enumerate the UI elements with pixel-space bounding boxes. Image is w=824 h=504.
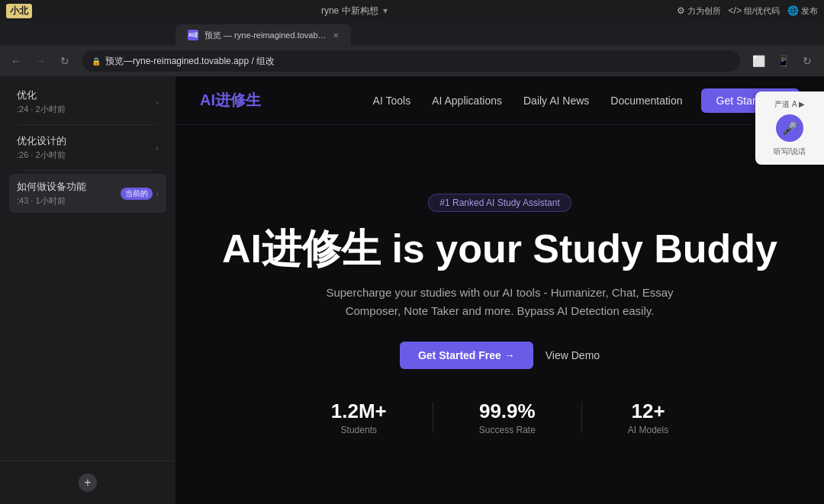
floating-panel-title: 产道 A ▶ (774, 99, 805, 110)
refresh-btn[interactable]: ↻ (797, 50, 818, 72)
sidebar-item-1[interactable]: 优化 :24 · 2小时前 › (9, 82, 166, 121)
stat-divider-1 (433, 402, 433, 432)
tab-title: 预览 — ryne-reimagined.tovable.app / 组改 (204, 30, 327, 41)
stat-success-label: Success Rate (479, 425, 536, 435)
browser-addressbar: ← → ↻ 🔒 预览—ryne-reimagined.tovable.app /… (0, 46, 824, 76)
stat-students-label: Students (331, 425, 387, 435)
hero-title: AI进修生 is your Study Buddy (222, 227, 777, 271)
new-window-btn[interactable]: ⬜ (748, 50, 769, 72)
stat-models-label: AI Models (628, 425, 668, 435)
settings-btn[interactable]: ⚙ 力为创所 (677, 5, 721, 17)
nav-link-news[interactable]: Daily AI News (523, 95, 589, 107)
back-btn[interactable]: ← (6, 51, 26, 71)
hero-buttons: Get Started Free → View Demo (400, 342, 600, 369)
stat-students: 1.2M+ Students (331, 400, 387, 435)
site-nav: AI进修生 AI Tools AI Applications Daily AI … (175, 76, 824, 125)
sidebar-section: 优化 :24 · 2小时前 › 优化设计的 :26 · 2小时前 › 如何做设备… (0, 76, 175, 219)
tab-close-btn[interactable]: ✕ (333, 31, 339, 40)
os-actions: ⚙ 力为创所 </> 组/优代码 🌐 发布 (677, 5, 818, 17)
os-title: ryne 中新构想 ▾ (38, 5, 671, 18)
floating-panel-actions: 听写/说话 (774, 146, 806, 157)
chevron-icon-1: › (156, 98, 159, 107)
browser-tabs: AI进修生 预览 — ryne-reimagined.tovable.app /… (0, 21, 824, 46)
site-logo: AI进修生 (200, 90, 261, 111)
nav-links: AI Tools AI Applications Daily AI News D… (373, 95, 683, 107)
forward-btn[interactable]: → (31, 51, 50, 71)
stat-success: 99.9% Success Rate (479, 400, 536, 435)
lock-icon: 🔒 (92, 57, 101, 66)
stat-divider-2 (581, 402, 582, 432)
chevron-icon-3: › (156, 189, 159, 198)
stat-models: 12+ AI Models (628, 400, 668, 435)
url-text: 预览—ryne-reimagined.tovable.app / 组改 (105, 55, 275, 68)
nav-link-tools[interactable]: AI Tools (373, 95, 411, 107)
mobile-view-btn[interactable]: 📱 (772, 50, 793, 72)
browser-chrome: AI进修生 预览 — ryne-reimagined.tovable.app /… (0, 21, 824, 76)
stat-students-value: 1.2M+ (331, 400, 387, 423)
hero-badge: #1 Ranked AI Study Assistant (428, 194, 571, 212)
floating-panel-mic-btn[interactable]: 🎤 (776, 114, 803, 142)
sidebar-item-3[interactable]: 如何做设备功能 :43 · 1小时前 当前的 › (9, 174, 166, 213)
browser-content: AI进修生 AI Tools AI Applications Daily AI … (175, 76, 824, 504)
reload-btn[interactable]: ↻ (55, 51, 75, 71)
active-badge: 当前的 (121, 188, 153, 200)
site-hero: #1 Ranked AI Study Assistant AI进修生 is yo… (175, 125, 824, 504)
sidebar-item-1-title: 优化 (17, 88, 156, 102)
sidebar-divider-1 (18, 124, 157, 125)
sidebar-item-1-sub: :24 · 2小时前 (17, 104, 156, 115)
os-logo: 小北 (6, 4, 32, 18)
browser-tab[interactable]: AI进修生 预览 — ryne-reimagined.tovable.app /… (175, 24, 351, 46)
chevron-icon-2: › (156, 143, 159, 152)
add-chat-btn[interactable]: + (79, 474, 97, 492)
floating-panel: 产道 A ▶ 🎤 听写/说话 (755, 91, 824, 165)
os-bar: 小北 ryne 中新构想 ▾ ⚙ 力为创所 </> 组/优代码 🌐 发布 (0, 0, 824, 21)
hero-description: Supercharge your studies with our AI too… (317, 284, 683, 320)
sidebar-divider-2 (18, 170, 157, 171)
hero-stats: 1.2M+ Students 99.9% Success Rate 12+ AI… (331, 400, 668, 435)
tab-favicon: AI进修生 (188, 30, 198, 40)
sidebar-item-3-title: 如何做设备功能 (17, 180, 121, 194)
website: AI进修生 AI Tools AI Applications Daily AI … (175, 76, 824, 504)
sidebar-item-2-title: 优化设计的 (17, 134, 156, 148)
sidebar-item-3-sub: :43 · 1小时前 (17, 195, 121, 207)
nav-link-docs[interactable]: Documentation (610, 95, 682, 107)
browser-actions: ⬜ 📱 ↻ (748, 50, 818, 72)
main-layout: 优化 :24 · 2小时前 › 优化设计的 :26 · 2小时前 › 如何做设备… (0, 76, 824, 504)
stat-models-value: 12+ (628, 400, 668, 423)
hero-primary-btn[interactable]: Get Started Free → (400, 342, 533, 369)
sidebar-item-2-sub: :26 · 2小时前 (17, 149, 156, 161)
code-btn[interactable]: </> 组/优代码 (729, 5, 780, 17)
sidebar-item-2[interactable]: 优化设计的 :26 · 2小时前 › (9, 128, 166, 167)
sidebar: 优化 :24 · 2小时前 › 优化设计的 :26 · 2小时前 › 如何做设备… (0, 76, 175, 504)
publish-btn[interactable]: 🌐 发布 (787, 5, 818, 17)
stat-success-value: 99.9% (479, 400, 536, 423)
address-bar[interactable]: 🔒 预览—ryne-reimagined.tovable.app / 组改 (82, 50, 740, 72)
hero-secondary-btn[interactable]: View Demo (546, 349, 600, 361)
nav-link-applications[interactable]: AI Applications (432, 95, 502, 107)
chevron-icon[interactable]: ▾ (383, 5, 388, 16)
